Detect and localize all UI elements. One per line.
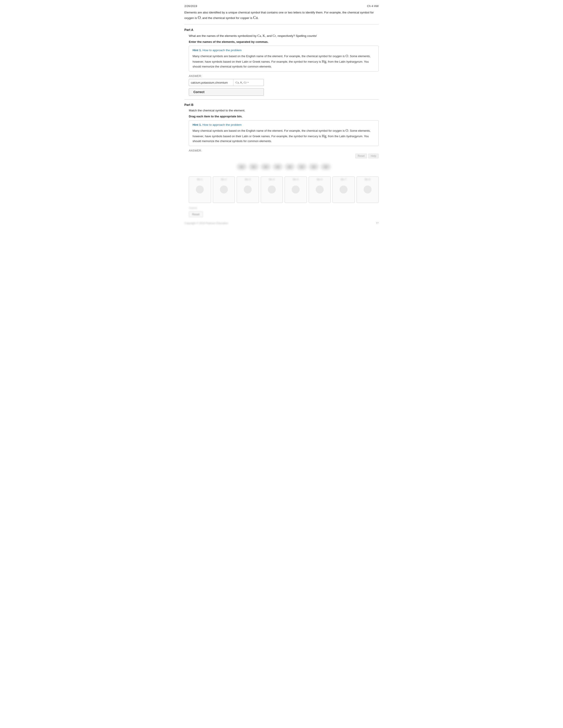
- hint-box-a: Hint 1. How to approach the problem Many…: [189, 46, 379, 72]
- drag-chip-4[interactable]: ●: [273, 164, 283, 170]
- drag-bin-8[interactable]: Bin 8: [357, 176, 379, 203]
- header-title: Ch 4 HW: [367, 4, 379, 8]
- part-b-section: Match the chemical symbol to the element…: [189, 108, 379, 217]
- hint-box-b: Hint 1. How to approach the problem Many…: [189, 120, 379, 146]
- drag-help-btn[interactable]: Help: [368, 154, 379, 158]
- part-b-instruction: Drag each item to the appropriate bin.: [189, 115, 379, 118]
- drag-toolbar: Reset Help: [189, 154, 379, 158]
- drag-bin-2[interactable]: Bin 2: [213, 176, 235, 203]
- formula-display: Ca, K, Cr =: [233, 79, 263, 86]
- answer-input[interactable]: [189, 79, 233, 86]
- correct-button[interactable]: Correct: [189, 88, 264, 96]
- drag-symbols-area: ● ● ● ● ● ● ● ●: [189, 160, 379, 173]
- answer-label: ANSWER:: [189, 75, 379, 78]
- intro-text2: , and the chemical symbol for copper is: [201, 16, 253, 20]
- drag-bin-4[interactable]: Bin 4: [261, 176, 283, 203]
- footer: Copyright © 2019 Pearson Education 77: [184, 222, 379, 225]
- part-a-section: What are the names of the elements symbo…: [189, 33, 379, 96]
- part-b-question: Match the chemical symbol to the element…: [189, 108, 379, 113]
- drag-section: ANSWER: Reset Help ● ● ● ● ● ● ● ● Bin 1: [189, 149, 379, 217]
- drag-chip-8[interactable]: ●: [321, 164, 331, 170]
- header-date: 2/26/2019: [184, 4, 197, 8]
- drag-sort-label: ANSWER:: [189, 149, 379, 152]
- drag-chip-7[interactable]: ●: [309, 164, 319, 170]
- part-a-label: Part A: [184, 28, 379, 32]
- hint-text-a: Many chemical symbols are based on the E…: [192, 53, 375, 69]
- hint-link-b[interactable]: How to approach the problem: [202, 123, 241, 126]
- part-a-instruction: Enter the names of the elements, separat…: [189, 40, 379, 43]
- answer-input-row: Ca, K, Cr =: [189, 79, 264, 86]
- blurred-label: Submit: [189, 206, 379, 210]
- part-b-below: Submit Reset: [189, 206, 379, 217]
- header: 2/26/2019 Ch 4 HW: [184, 4, 379, 8]
- drag-bin-7[interactable]: Bin 7: [333, 176, 355, 203]
- drag-bins-row: Bin 1 Bin 2 Bin 3 Bin 4: [189, 176, 379, 203]
- footer-right: 77: [376, 222, 379, 225]
- drag-chip-6[interactable]: ●: [297, 164, 307, 170]
- part-a-question: What are the names of the elements symbo…: [189, 33, 379, 38]
- oxygen-symbol: O: [198, 15, 201, 20]
- drag-bin-1[interactable]: Bin 1: [189, 176, 211, 203]
- drag-chip-2[interactable]: ●: [249, 164, 258, 170]
- drag-bin-3[interactable]: Bin 3: [237, 176, 259, 203]
- hint-title-b: Hint 1. How to approach the problem: [192, 123, 375, 126]
- drag-chip-5[interactable]: ●: [285, 164, 295, 170]
- reset-btn[interactable]: Reset: [189, 211, 203, 217]
- hint-text-b: Many chemical symbols are based on the E…: [192, 128, 375, 143]
- drag-chip-1[interactable]: ●: [237, 164, 246, 170]
- hint-title-a: Hint 1. How to approach the problem: [192, 49, 375, 52]
- drag-chip-3[interactable]: ●: [261, 164, 270, 170]
- drag-bin-6[interactable]: Bin 6: [309, 176, 331, 203]
- hint-link-a[interactable]: How to approach the problem: [202, 49, 241, 52]
- intro-text3: .: [258, 16, 259, 20]
- part-b-label: Part B: [184, 103, 379, 107]
- drag-symbols-blurred: ● ● ● ● ● ● ● ●: [237, 164, 331, 170]
- intro-paragraph: Elements are also identified by a unique…: [184, 10, 379, 21]
- drag-reset-btn[interactable]: Reset: [355, 154, 367, 158]
- footer-left: Copyright © 2019 Pearson Education: [184, 222, 228, 225]
- copper-symbol: Cu: [253, 15, 258, 20]
- drag-bin-5[interactable]: Bin 5: [285, 176, 307, 203]
